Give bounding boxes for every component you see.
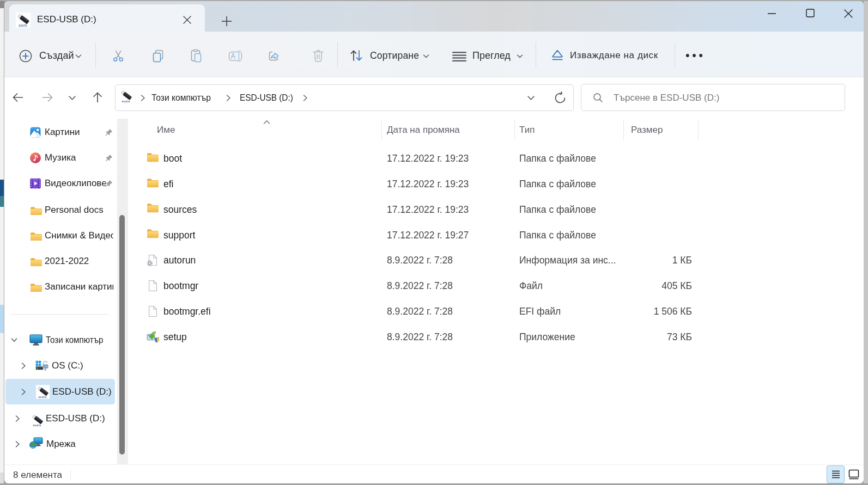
svg-text:ADATA: ADATA	[39, 396, 47, 398]
svg-text:ADATA: ADATA	[33, 424, 41, 427]
svg-text:ADATA: ADATA	[122, 100, 130, 103]
svg-text:ADATA: ADATA	[19, 24, 28, 27]
